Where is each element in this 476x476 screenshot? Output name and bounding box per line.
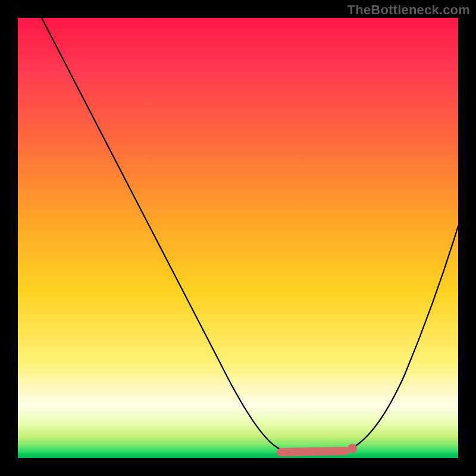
watermark-text: TheBottleneck.com (347, 2, 470, 18)
curve-svg (18, 18, 458, 458)
bottleneck-curve-left (42, 18, 315, 455)
optimal-range-bar (281, 451, 345, 452)
chart-container: TheBottleneck.com (0, 0, 476, 476)
bottleneck-curve-right (351, 226, 458, 449)
optimal-point-dot (347, 444, 357, 453)
plot-area (18, 18, 458, 458)
